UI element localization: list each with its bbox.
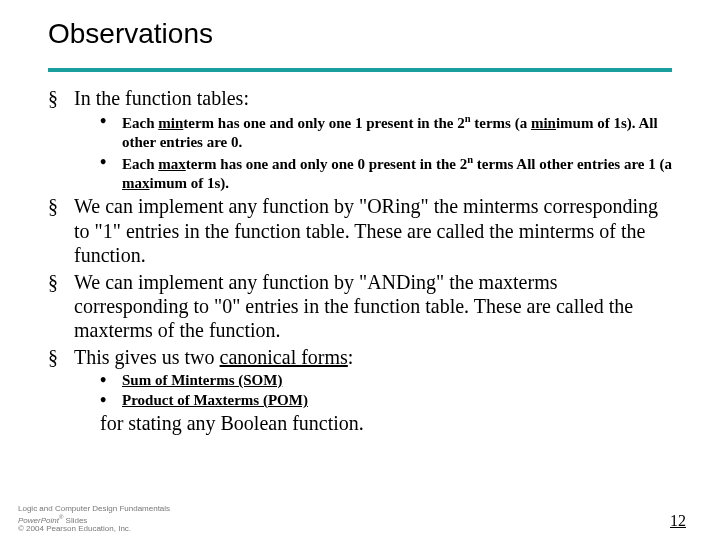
bullet-1-sub-1: Each minterm has one and only one 1 pres… [100,112,672,152]
footer-line-1: Logic and Computer Design Fundamentals [18,505,170,514]
bullet-1-text: In the function tables: [74,87,249,109]
bullet-4-sub-2: Product of Maxterms (POM) [100,391,672,410]
bullet-1-sub-2: Each maxterm has one and only one 0 pres… [100,153,672,193]
bullet-2: We can implement any function by "ORing"… [48,194,672,267]
slide: Observations In the function tables: Eac… [0,0,720,435]
page-number: 12 [670,512,686,530]
bullet-3: We can implement any function by "ANDing… [48,270,672,343]
bullet-3-text: We can implement any function by "ANDing… [74,271,633,342]
footer-line-3: © 2004 Pearson Education, Inc. [18,525,170,534]
bullet-list: In the function tables: Each minterm has… [48,86,672,410]
bullet-1-sublist: Each minterm has one and only one 1 pres… [74,112,672,192]
bullet-1: In the function tables: Each minterm has… [48,86,672,192]
trailing-text: for stating any Boolean function. [48,412,672,435]
bullet-4-sub-1: Sum of Minterms (SOM) [100,371,672,390]
bullet-4-sublist: Sum of Minterms (SOM) Product of Maxterm… [74,371,672,410]
title-rule [48,68,672,72]
bullet-4: This gives us two canonical forms: Sum o… [48,345,672,410]
bullet-2-text: We can implement any function by "ORing"… [74,195,658,266]
slide-title: Observations [48,18,672,50]
footer: Logic and Computer Design Fundamentals P… [18,505,170,534]
